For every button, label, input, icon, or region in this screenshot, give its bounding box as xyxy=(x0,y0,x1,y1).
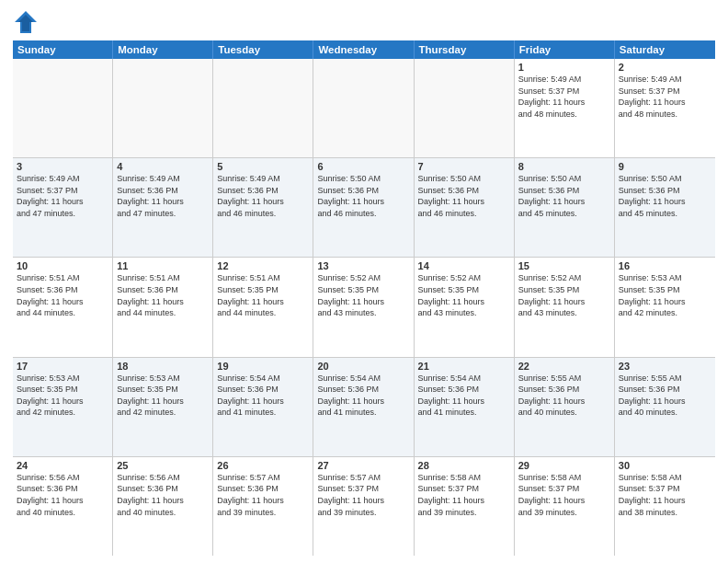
empty-cell xyxy=(415,59,515,157)
day-cell-5: 5Sunrise: 5:49 AM Sunset: 5:36 PM Daylig… xyxy=(213,158,313,257)
calendar: SundayMondayTuesdayWednesdayThursdayFrid… xyxy=(13,40,715,556)
day-cell-24: 24Sunrise: 5:56 AM Sunset: 5:36 PM Dayli… xyxy=(13,457,113,556)
day-info: Sunrise: 5:54 AM Sunset: 5:36 PM Dayligh… xyxy=(418,373,510,419)
day-number: 22 xyxy=(518,361,610,372)
day-cell-23: 23Sunrise: 5:55 AM Sunset: 5:36 PM Dayli… xyxy=(615,358,715,456)
day-number: 26 xyxy=(217,460,309,471)
day-header-sunday: Sunday xyxy=(13,40,113,59)
day-info: Sunrise: 5:52 AM Sunset: 5:35 PM Dayligh… xyxy=(317,272,409,318)
day-number: 29 xyxy=(518,460,610,471)
empty-cell xyxy=(213,59,313,157)
day-number: 28 xyxy=(418,460,510,471)
day-cell-17: 17Sunrise: 5:53 AM Sunset: 5:35 PM Dayli… xyxy=(13,358,113,456)
day-cell-1: 1Sunrise: 5:49 AM Sunset: 5:37 PM Daylig… xyxy=(515,59,615,157)
day-cell-12: 12Sunrise: 5:51 AM Sunset: 5:35 PM Dayli… xyxy=(213,258,313,356)
day-info: Sunrise: 5:51 AM Sunset: 5:36 PM Dayligh… xyxy=(117,272,209,318)
day-header-wednesday: Wednesday xyxy=(313,40,414,59)
day-cell-10: 10Sunrise: 5:51 AM Sunset: 5:36 PM Dayli… xyxy=(13,258,113,356)
day-number: 16 xyxy=(619,260,711,271)
day-number: 12 xyxy=(217,260,309,271)
day-info: Sunrise: 5:52 AM Sunset: 5:35 PM Dayligh… xyxy=(518,272,610,318)
day-cell-27: 27Sunrise: 5:57 AM Sunset: 5:37 PM Dayli… xyxy=(313,457,414,556)
day-cell-9: 9Sunrise: 5:50 AM Sunset: 5:36 PM Daylig… xyxy=(615,158,715,257)
day-number: 23 xyxy=(619,361,711,372)
calendar-header: SundayMondayTuesdayWednesdayThursdayFrid… xyxy=(13,40,715,59)
day-number: 8 xyxy=(518,161,610,172)
day-header-monday: Monday xyxy=(113,40,213,59)
day-info: Sunrise: 5:58 AM Sunset: 5:37 PM Dayligh… xyxy=(619,472,711,518)
logo-icon xyxy=(13,9,39,35)
day-info: Sunrise: 5:54 AM Sunset: 5:36 PM Dayligh… xyxy=(217,373,309,419)
week-row-3: 10Sunrise: 5:51 AM Sunset: 5:36 PM Dayli… xyxy=(13,258,715,357)
day-info: Sunrise: 5:49 AM Sunset: 5:36 PM Dayligh… xyxy=(217,173,309,219)
day-number: 4 xyxy=(117,161,209,172)
empty-cell xyxy=(13,59,113,157)
day-number: 3 xyxy=(17,161,108,172)
day-cell-14: 14Sunrise: 5:52 AM Sunset: 5:35 PM Dayli… xyxy=(415,258,515,356)
day-info: Sunrise: 5:49 AM Sunset: 5:36 PM Dayligh… xyxy=(117,173,209,219)
day-info: Sunrise: 5:50 AM Sunset: 5:36 PM Dayligh… xyxy=(418,173,510,219)
day-header-saturday: Saturday xyxy=(615,40,715,59)
day-info: Sunrise: 5:49 AM Sunset: 5:37 PM Dayligh… xyxy=(17,173,108,219)
day-info: Sunrise: 5:58 AM Sunset: 5:37 PM Dayligh… xyxy=(518,472,610,518)
day-header-tuesday: Tuesday xyxy=(213,40,313,59)
day-number: 6 xyxy=(317,161,409,172)
day-number: 10 xyxy=(17,260,108,271)
day-cell-4: 4Sunrise: 5:49 AM Sunset: 5:36 PM Daylig… xyxy=(113,158,213,257)
day-number: 11 xyxy=(117,260,209,271)
day-info: Sunrise: 5:50 AM Sunset: 5:36 PM Dayligh… xyxy=(317,173,409,219)
day-info: Sunrise: 5:49 AM Sunset: 5:37 PM Dayligh… xyxy=(518,74,610,120)
day-number: 1 xyxy=(518,62,610,73)
day-cell-26: 26Sunrise: 5:57 AM Sunset: 5:36 PM Dayli… xyxy=(213,457,313,556)
page: SundayMondayTuesdayWednesdayThursdayFrid… xyxy=(0,0,728,563)
day-cell-15: 15Sunrise: 5:52 AM Sunset: 5:35 PM Dayli… xyxy=(515,258,615,356)
day-number: 7 xyxy=(418,161,510,172)
day-number: 15 xyxy=(518,260,610,271)
day-info: Sunrise: 5:53 AM Sunset: 5:35 PM Dayligh… xyxy=(117,373,209,419)
logo xyxy=(13,9,42,35)
day-info: Sunrise: 5:50 AM Sunset: 5:36 PM Dayligh… xyxy=(619,173,711,219)
day-number: 14 xyxy=(418,260,510,271)
day-info: Sunrise: 5:49 AM Sunset: 5:37 PM Dayligh… xyxy=(619,74,711,120)
day-number: 20 xyxy=(317,361,409,372)
day-cell-3: 3Sunrise: 5:49 AM Sunset: 5:37 PM Daylig… xyxy=(13,158,113,257)
calendar-body: 1Sunrise: 5:49 AM Sunset: 5:37 PM Daylig… xyxy=(13,59,715,556)
day-number: 19 xyxy=(217,361,309,372)
day-number: 18 xyxy=(117,361,209,372)
week-row-1: 1Sunrise: 5:49 AM Sunset: 5:37 PM Daylig… xyxy=(13,59,715,158)
day-info: Sunrise: 5:57 AM Sunset: 5:36 PM Dayligh… xyxy=(217,472,309,518)
day-number: 13 xyxy=(317,260,409,271)
day-info: Sunrise: 5:52 AM Sunset: 5:35 PM Dayligh… xyxy=(418,272,510,318)
day-cell-25: 25Sunrise: 5:56 AM Sunset: 5:36 PM Dayli… xyxy=(113,457,213,556)
day-cell-6: 6Sunrise: 5:50 AM Sunset: 5:36 PM Daylig… xyxy=(313,158,414,257)
day-cell-8: 8Sunrise: 5:50 AM Sunset: 5:36 PM Daylig… xyxy=(515,158,615,257)
day-number: 30 xyxy=(619,460,711,471)
day-number: 24 xyxy=(17,460,108,471)
day-info: Sunrise: 5:51 AM Sunset: 5:36 PM Dayligh… xyxy=(17,272,108,318)
day-header-friday: Friday xyxy=(515,40,615,59)
day-info: Sunrise: 5:55 AM Sunset: 5:36 PM Dayligh… xyxy=(518,373,610,419)
week-row-4: 17Sunrise: 5:53 AM Sunset: 5:35 PM Dayli… xyxy=(13,358,715,457)
day-info: Sunrise: 5:54 AM Sunset: 5:36 PM Dayligh… xyxy=(317,373,409,419)
day-cell-16: 16Sunrise: 5:53 AM Sunset: 5:35 PM Dayli… xyxy=(615,258,715,356)
day-header-thursday: Thursday xyxy=(415,40,515,59)
day-info: Sunrise: 5:56 AM Sunset: 5:36 PM Dayligh… xyxy=(17,472,108,518)
header xyxy=(13,9,715,35)
week-row-2: 3Sunrise: 5:49 AM Sunset: 5:37 PM Daylig… xyxy=(13,158,715,258)
day-cell-30: 30Sunrise: 5:58 AM Sunset: 5:37 PM Dayli… xyxy=(615,457,715,556)
day-cell-20: 20Sunrise: 5:54 AM Sunset: 5:36 PM Dayli… xyxy=(313,358,414,456)
day-cell-19: 19Sunrise: 5:54 AM Sunset: 5:36 PM Dayli… xyxy=(213,358,313,456)
empty-cell xyxy=(113,59,213,157)
day-info: Sunrise: 5:58 AM Sunset: 5:37 PM Dayligh… xyxy=(418,472,510,518)
day-cell-13: 13Sunrise: 5:52 AM Sunset: 5:35 PM Dayli… xyxy=(313,258,414,356)
day-info: Sunrise: 5:55 AM Sunset: 5:36 PM Dayligh… xyxy=(619,373,711,419)
day-cell-2: 2Sunrise: 5:49 AM Sunset: 5:37 PM Daylig… xyxy=(615,59,715,157)
day-cell-22: 22Sunrise: 5:55 AM Sunset: 5:36 PM Dayli… xyxy=(515,358,615,456)
day-info: Sunrise: 5:51 AM Sunset: 5:35 PM Dayligh… xyxy=(217,272,309,318)
day-number: 27 xyxy=(317,460,409,471)
day-cell-28: 28Sunrise: 5:58 AM Sunset: 5:37 PM Dayli… xyxy=(415,457,515,556)
day-number: 9 xyxy=(619,161,711,172)
day-number: 5 xyxy=(217,161,309,172)
empty-cell xyxy=(313,59,414,157)
day-info: Sunrise: 5:53 AM Sunset: 5:35 PM Dayligh… xyxy=(17,373,108,419)
